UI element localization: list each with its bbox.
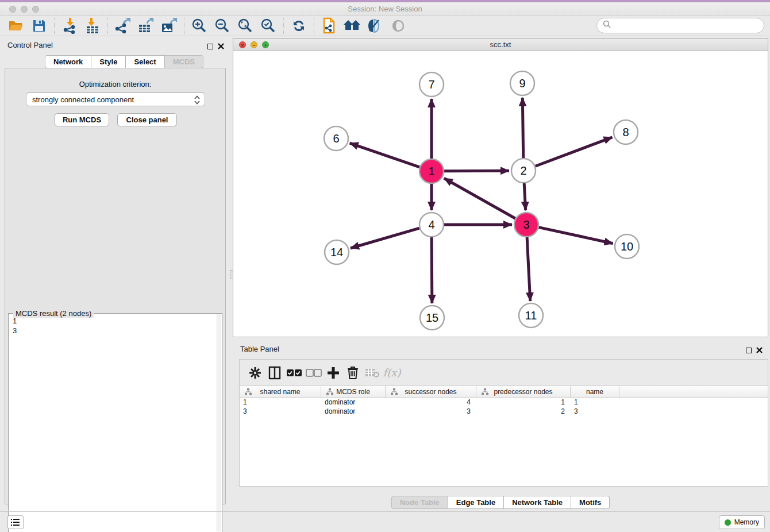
node-3[interactable]: 3 (514, 213, 538, 237)
table-body: 1dominator4113dominator323 (240, 398, 768, 417)
node-9[interactable]: 9 (510, 71, 534, 95)
search-input[interactable] (615, 21, 764, 30)
zoom-out-icon[interactable] (213, 17, 232, 34)
clone-network-icon[interactable] (319, 17, 339, 34)
tab-style[interactable]: Style (91, 55, 126, 68)
close-panel-icon[interactable] (218, 41, 224, 52)
export-table-icon[interactable] (136, 17, 156, 34)
edge-2-8[interactable] (536, 137, 613, 166)
delete-table-icon[interactable] (363, 364, 382, 382)
tab-motifs[interactable]: Motifs (571, 496, 610, 509)
edge-3-11[interactable] (527, 237, 530, 301)
open-file-icon[interactable] (6, 17, 26, 34)
show-graphics-details-icon[interactable] (365, 17, 385, 34)
table-row[interactable]: 1dominator411 (240, 398, 768, 407)
eye-icon[interactable] (388, 17, 408, 34)
control-panel-tabs: Network Style Select MCDS (45, 55, 203, 68)
cell[interactable]: 3 (571, 407, 619, 417)
node-14[interactable]: 14 (325, 240, 349, 264)
zoom-in-icon[interactable] (190, 17, 209, 34)
network-window-titlebar[interactable]: × − + scc.txt (233, 38, 768, 51)
tab-network[interactable]: Network (45, 55, 91, 68)
function-builder-icon[interactable]: f(x) (382, 364, 402, 382)
node-7[interactable]: 7 (419, 72, 444, 97)
cell[interactable]: 3 (386, 407, 476, 417)
maximize-view-icon[interactable]: + (262, 41, 269, 48)
mcds-result-text[interactable]: 1 3 (9, 315, 217, 531)
export-image-icon[interactable] (159, 17, 179, 34)
import-table-icon[interactable] (83, 17, 102, 34)
node-6[interactable]: 6 (324, 126, 348, 151)
tab-node-table[interactable]: Node Table (391, 496, 448, 509)
edge-4-15[interactable] (432, 237, 432, 303)
edge-2-9[interactable] (522, 98, 523, 158)
toolbar-separator (283, 18, 284, 34)
column-header-MCDS-role[interactable]: MCDS role (321, 386, 386, 398)
column-layout-icon[interactable] (265, 364, 284, 382)
edge-1-6[interactable] (350, 143, 420, 167)
edge-3-1[interactable] (444, 178, 515, 218)
scrollbar[interactable] (217, 314, 221, 531)
memory-button[interactable]: Memory (719, 515, 765, 529)
home-icon[interactable] (342, 17, 362, 34)
close-view-icon[interactable]: × (239, 41, 246, 48)
network-graph[interactable]: 7968124314101511 (233, 51, 768, 337)
tab-network-table[interactable]: Network Table (504, 496, 571, 509)
delete-icon[interactable] (343, 364, 363, 382)
toolbar-search[interactable] (596, 18, 764, 33)
node-10[interactable]: 10 (615, 234, 639, 259)
tab-select[interactable]: Select (126, 55, 164, 68)
cell[interactable]: 1 (571, 398, 619, 407)
save-session-icon[interactable] (29, 17, 49, 34)
float-panel-icon[interactable] (746, 348, 752, 353)
cell[interactable]: dominator (321, 398, 386, 407)
minimize-window-icon[interactable] (21, 6, 28, 13)
node-4[interactable]: 4 (419, 213, 444, 237)
close-panel-button[interactable]: Close panel (117, 113, 177, 126)
column-type-icon (391, 388, 398, 397)
network-canvas[interactable]: 7968124314101511 (233, 51, 768, 337)
deselect-all-icon[interactable] (304, 364, 324, 382)
node-1[interactable]: 1 (419, 159, 444, 183)
node-15[interactable]: 15 (420, 306, 444, 330)
edge-2-3[interactable] (524, 183, 526, 210)
table-row[interactable]: 3dominator323 (240, 407, 768, 417)
cell[interactable]: 3 (240, 407, 321, 417)
add-column-icon[interactable] (324, 364, 343, 382)
toolbar-separator (314, 18, 314, 34)
edge-4-14[interactable] (351, 228, 419, 248)
column-header-predecessor-nodes[interactable]: predecessor nodes (476, 386, 571, 398)
column-header-successor-nodes[interactable]: successor nodes (386, 386, 476, 398)
table-tabs: Node Table Edge Table Network Table Moti… (233, 496, 768, 509)
import-network-icon[interactable] (60, 17, 79, 34)
node-11[interactable]: 11 (519, 303, 543, 327)
float-panel-icon[interactable] (207, 44, 213, 49)
zoom-fit-icon[interactable] (236, 17, 255, 34)
gear-icon[interactable] (245, 364, 265, 382)
cell[interactable]: 1 (240, 398, 321, 407)
run-mcds-button[interactable]: Run MCDS (55, 113, 109, 126)
tab-edge-table[interactable]: Edge Table (448, 496, 504, 509)
edge-3-10[interactable] (538, 228, 613, 244)
cell[interactable]: dominator (321, 407, 386, 417)
column-header-name[interactable]: name (571, 386, 619, 398)
cell[interactable]: 4 (386, 398, 476, 407)
close-panel-icon[interactable] (756, 345, 763, 356)
tab-mcds[interactable]: MCDS (165, 55, 203, 68)
refresh-icon[interactable] (289, 17, 309, 34)
task-history-button[interactable] (7, 515, 24, 529)
cell[interactable]: 1 (476, 398, 571, 407)
minimize-view-icon[interactable]: − (251, 41, 257, 48)
optimization-criterion-select[interactable]: strongly connected component (26, 92, 205, 106)
edge-1-2[interactable] (444, 171, 509, 171)
node-8[interactable]: 8 (614, 120, 638, 144)
toolbar-separator (54, 18, 55, 34)
maximize-window-icon[interactable] (32, 6, 39, 13)
select-all-icon[interactable] (284, 364, 304, 382)
export-network-icon[interactable] (113, 17, 133, 34)
close-window-icon[interactable] (9, 6, 16, 13)
cell[interactable]: 2 (476, 407, 571, 417)
column-header-shared-name[interactable]: shared name (240, 386, 321, 398)
zoom-selected-icon[interactable] (259, 17, 278, 34)
node-2[interactable]: 2 (511, 159, 536, 183)
